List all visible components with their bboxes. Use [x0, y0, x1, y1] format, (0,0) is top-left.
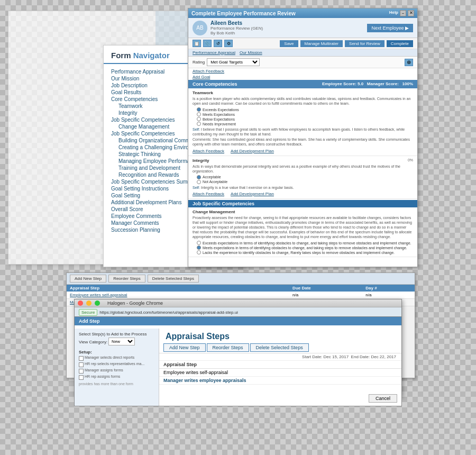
cb-hr-forms[interactable]	[79, 375, 84, 380]
integrity-title: Integrity	[193, 158, 408, 163]
manager-name: By Bob Keith	[210, 31, 263, 35]
rating-select[interactable]: Met Goal Targets	[207, 58, 260, 66]
help-label: Help	[389, 10, 398, 16]
cb-manager-forms[interactable]	[79, 369, 84, 374]
teamwork-add-dev-plan[interactable]: Add Development Plan	[231, 149, 274, 153]
change-management-desc: Proactively assesses the need for change…	[193, 215, 413, 239]
bg-reorder-steps-button[interactable]: Reorder Steps	[108, 275, 145, 283]
cb-label-manager-forms: Manager assigns forms	[85, 368, 123, 372]
radio-needs[interactable]	[197, 122, 201, 126]
minimize-button[interactable]: –	[400, 10, 406, 16]
chrome-maximize-dot[interactable]	[95, 301, 100, 306]
view-category-select[interactable]: New	[108, 338, 135, 345]
perf-appraisal-link[interactable]: Performance Appraisal	[193, 50, 235, 55]
option-not-acceptable[interactable]: Not Acceptable	[197, 180, 413, 184]
titlebar-buttons: Help – ✕	[389, 10, 414, 16]
chrome-title: Halogen - Google Chrome	[107, 301, 163, 306]
our-mission-link[interactable]: Our Mission	[240, 50, 262, 55]
checkbox-manager-direct: Manager selects direct reports	[79, 356, 154, 361]
option-exceeds-change[interactable]: Exceeds expectations in terms of identif…	[197, 241, 413, 245]
save-button[interactable]: Save	[280, 40, 298, 47]
performance-review-window: Complete Employee Performance Review Hel…	[188, 8, 418, 267]
steps-row-2-link[interactable]: Manager writes employee appraisals	[163, 378, 246, 383]
perf-header: AB Aileen Beets Performance Review (GEN)…	[188, 18, 417, 38]
radio-meets[interactable]	[197, 112, 201, 116]
bg-add-new-step-button[interactable]: Add New Step	[70, 275, 106, 283]
steps-date-info: Start Date: Dec 15, 2017 End Date: Dec 2…	[159, 353, 401, 361]
setup-label: Setup:	[79, 350, 154, 354]
perf-header-left: AB Aileen Beets Performance Review (GEN)…	[193, 20, 263, 35]
icon-2[interactable]: 📎	[203, 40, 212, 47]
chrome-minimize-dot[interactable]	[86, 301, 91, 306]
cancel-button[interactable]: Cancel	[369, 394, 397, 403]
url-text[interactable]: https://global.hgncloud.com/turbineone/u…	[99, 310, 397, 315]
teamwork-comments-label: Comments: She has contributed good ideas…	[193, 137, 413, 147]
integrity-attach-feedback[interactable]: Attach Feedback	[193, 192, 224, 196]
integrity-self-comment: Integrity is a true value that I exercis…	[201, 186, 294, 189]
option-meets-change[interactable]: Meets expectations in terms of identifyi…	[197, 245, 413, 250]
add-goal-link[interactable]: Add Goal	[188, 74, 417, 80]
radio-exceeds[interactable]	[197, 107, 201, 112]
radio-acceptable[interactable]	[197, 175, 201, 179]
rating-icon[interactable]: ⊕	[405, 59, 413, 66]
option-lacks-change[interactable]: Lacks the experience to identify obstacl…	[197, 250, 413, 254]
core-competencies-label: Core Competencies	[193, 81, 237, 87]
radio-not-acceptable[interactable]	[197, 180, 201, 184]
teamwork-desc: Is a positive team player who adds compl…	[193, 96, 413, 106]
next-employee-button[interactable]: Next Employee ▶	[367, 24, 413, 32]
step-cell-1: Employee writes self-appraisal	[67, 292, 289, 299]
close-button[interactable]: ✕	[408, 10, 414, 16]
integrity-percent: 0%	[408, 158, 413, 162]
cb-hr-rep[interactable]	[79, 362, 84, 367]
integrity-left: Integrity Acts in ways that demonstrate …	[193, 158, 408, 175]
col-day: Day #	[362, 285, 415, 292]
table-row: Employee writes self-appraisal	[159, 369, 401, 377]
option-acceptable[interactable]: Acceptable	[197, 175, 413, 179]
manage-multirater-button[interactable]: Manage Multirater	[300, 40, 343, 47]
employee-score: Employee Score: 5.0	[322, 81, 363, 86]
day-cell-1: n/a	[362, 292, 415, 299]
checkbox-manager-forms: Manager assigns forms	[79, 368, 154, 374]
manager-comment-text: She has contributed good ideas and opini…	[193, 138, 410, 146]
bg-delete-selected-button[interactable]: Delete Selected Steps	[148, 275, 199, 283]
radio-meets-change[interactable]	[197, 245, 201, 250]
icon-4[interactable]: ⚙	[224, 40, 233, 47]
option-exceeds[interactable]: Exceeds Expectations	[197, 107, 413, 112]
steps-delete-button[interactable]: Delete Selected Steps	[250, 343, 309, 352]
steps-add-new-button[interactable]: Add New Step	[163, 343, 206, 352]
teamwork-actions: Attach Feedback Add Development Plan	[193, 149, 413, 153]
steps-row-1: Employee writes self-appraisal	[159, 369, 401, 377]
radio-exceeds-change[interactable]	[197, 241, 201, 245]
integrity-self: Self: Integrity is a true value that I e…	[193, 185, 413, 190]
radio-lacks-change[interactable]	[197, 250, 201, 254]
steps-reorder-button[interactable]: Reorder Steps	[207, 343, 249, 352]
perf-nav-bar: Performance Appraisal Our Mission	[188, 49, 417, 57]
steps-col-header: Appraisal Step	[159, 361, 401, 369]
radio-below[interactable]	[197, 117, 201, 121]
job-specific-header: Job Specific Competencies	[188, 200, 417, 207]
integrity-header-row: Integrity Acts in ways that demonstrate …	[193, 158, 413, 175]
icon-1[interactable]: 📋	[193, 40, 201, 47]
option-needs[interactable]: Needs Improvement	[197, 122, 413, 126]
start-date: Start Date: Dec 15, 2017	[302, 354, 349, 359]
cb-manager-direct[interactable]	[79, 356, 84, 361]
checkbox-hr-forms: HR rep assigns forms	[79, 375, 154, 380]
due-date-cell-1: n/a	[289, 292, 362, 299]
percent-label: 100%	[402, 81, 413, 86]
comments-label: Comments:	[193, 138, 212, 141]
add-step-left-panel: Select Step(s) to Add to the Process Vie…	[75, 329, 159, 406]
add-step-header: Add Step	[75, 317, 401, 325]
icon-3[interactable]: ↺	[214, 40, 222, 47]
teamwork-attach-feedback[interactable]: Attach Feedback	[193, 149, 224, 153]
send-for-review-button[interactable]: Send for Review	[345, 40, 385, 47]
option-below[interactable]: Below Expectations	[197, 117, 413, 121]
add-step-overlay: Add Step Select Step(s) to Add to the Pr…	[74, 316, 402, 406]
complete-button[interactable]: Complete	[387, 40, 413, 47]
col-due-date: Due Date	[289, 285, 362, 292]
integrity-add-dev-plan[interactable]: Add Development Plan	[231, 192, 274, 196]
teamwork-options: Exceeds Expectations Meets Expectations …	[197, 107, 413, 126]
checkbox-hr-rep: HR rep selects representatives ma...	[79, 362, 154, 367]
chrome-close-dot[interactable]	[78, 301, 83, 306]
attach-feedback-link[interactable]: Attach Feedback	[188, 68, 417, 74]
option-meets[interactable]: Meets Expectations	[197, 112, 413, 116]
